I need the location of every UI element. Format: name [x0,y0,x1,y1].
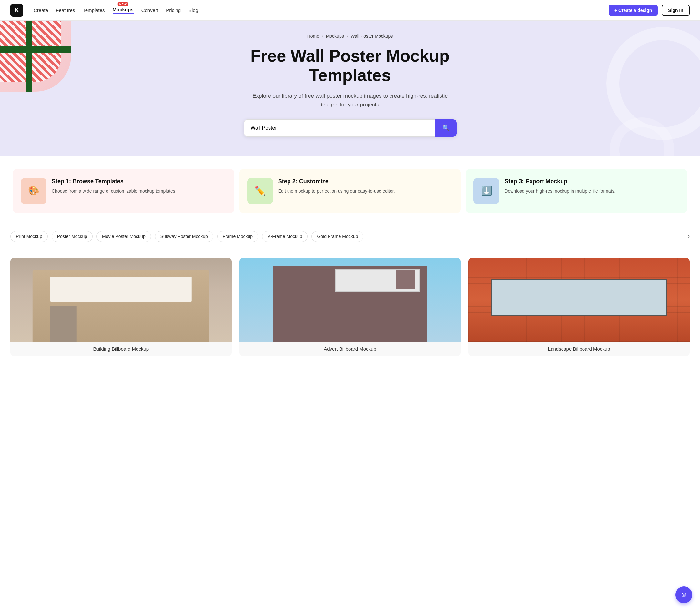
mockup-label-advert: Advert Billboard Mockup [239,342,461,356]
signin-button[interactable]: Sign In [661,4,690,16]
filter-chevron-right-icon[interactable]: › [688,233,690,240]
mockup-card-building[interactable]: Building Billboard Mockup [10,258,232,356]
nav-mockups[interactable]: Mockups [113,7,134,14]
filter-gold-frame-mockup[interactable]: Gold Frame Mockup [311,231,363,242]
nav-features[interactable]: Features [56,8,75,13]
mockup-card-landscape[interactable]: Landscape Billboard Mockup [468,258,690,356]
gift-decoration [0,21,71,92]
gift-ribbon-horizontal [0,46,71,53]
breadcrumb-current: Wall Poster Mockups [350,33,393,39]
filter-movie-poster-mockup[interactable]: Movie Poster Mockup [97,231,151,242]
nav-mockups-wrapper: NEW Mockups [113,7,134,14]
nav-blog[interactable]: Blog [188,8,198,13]
filter-poster-mockup[interactable]: Poster Mockup [52,231,93,242]
gift-ribbon-vertical [26,21,32,92]
breadcrumb-mockups[interactable]: Mockups [326,33,344,39]
hero-title: Free Wall Poster Mockup Templates [244,46,457,85]
nav-links: Create Features Templates NEW Mockups Co… [33,7,198,14]
logo[interactable]: K [10,4,23,17]
nav-templates[interactable]: Templates [83,8,105,13]
mockup-card-advert[interactable]: Advert Billboard Mockup [239,258,461,356]
step-1-text: Step 1: Browse Templates Choose from a w… [52,178,176,195]
mockup-grid: Building Billboard Mockup Advert Billboa… [0,248,700,367]
landscape-screen [491,279,668,316]
billboard-white [50,277,192,302]
filter-frame-mockup[interactable]: Frame Mockup [217,231,258,242]
mockup-label-building: Building Billboard Mockup [10,342,232,356]
breadcrumb-home[interactable]: Home [307,33,319,39]
building-shape [33,270,210,342]
step-1-desc: Choose from a wide range of customizable… [52,188,176,195]
search-input[interactable] [244,119,435,137]
navbar: K Create Features Templates NEW Mockups … [0,0,700,21]
navbar-left: K Create Features Templates NEW Mockups … [10,4,198,17]
mockup-img-advert [239,258,461,342]
mockup-img-building [10,258,232,342]
nav-create[interactable]: Create [33,8,48,13]
hero-section: Home › Mockups › Wall Poster Mockups Fre… [0,21,700,156]
navbar-right: + Create a design Sign In [609,4,690,16]
filter-a-frame-mockup[interactable]: A-Frame Mockup [262,231,308,242]
step-1-icon: 🎨 [21,178,46,204]
step-2-card: ✏️ Step 2: Customize Edit the mockup to … [239,169,461,213]
breadcrumb-sep-2: › [347,33,348,39]
step-1-title: Step 1: Browse Templates [52,178,176,185]
breadcrumb: Home › Mockups › Wall Poster Mockups [244,33,457,39]
step-2-desc: Edit the mockup to perfection using our … [278,188,395,195]
hero-content: Home › Mockups › Wall Poster Mockups Fre… [237,33,463,137]
step-2-title: Step 2: Customize [278,178,395,185]
hero-subtitle: Explore our library of free wall poster … [244,92,457,109]
nav-convert[interactable]: Convert [141,8,159,13]
step-2-text: Step 2: Customize Edit the mockup to per… [278,178,395,195]
filter-print-mockup[interactable]: Print Mockup [10,231,48,242]
filter-subway-poster-mockup[interactable]: Subway Poster Mockup [155,231,213,242]
filter-section: Print Mockup Poster Mockup Movie Poster … [0,226,700,248]
step-3-icon: ⬇️ [473,178,499,204]
mockup-label-landscape: Landscape Billboard Mockup [468,342,690,356]
step-1-card: 🎨 Step 1: Browse Templates Choose from a… [13,169,234,213]
search-button[interactable]: 🔍 [435,119,457,137]
new-badge: NEW [118,2,129,6]
clock-tower [50,306,76,342]
step-3-title: Step 3: Export Mockup [505,178,615,185]
search-bar: 🔍 [244,119,457,137]
advert-water-tower [396,270,415,289]
step-2-icon: ✏️ [247,178,273,204]
breadcrumb-sep-1: › [322,33,323,39]
step-3-text: Step 3: Export Mockup Download your high… [505,178,615,195]
step-3-desc: Download your high-res mockup in multipl… [505,188,615,195]
mockup-img-landscape [468,258,690,342]
create-design-button[interactable]: + Create a design [609,4,658,16]
step-3-card: ⬇️ Step 3: Export Mockup Download your h… [466,169,687,213]
nav-pricing[interactable]: Pricing [166,8,181,13]
advert-building [273,266,428,342]
steps-section: 🎨 Step 1: Browse Templates Choose from a… [0,156,700,226]
